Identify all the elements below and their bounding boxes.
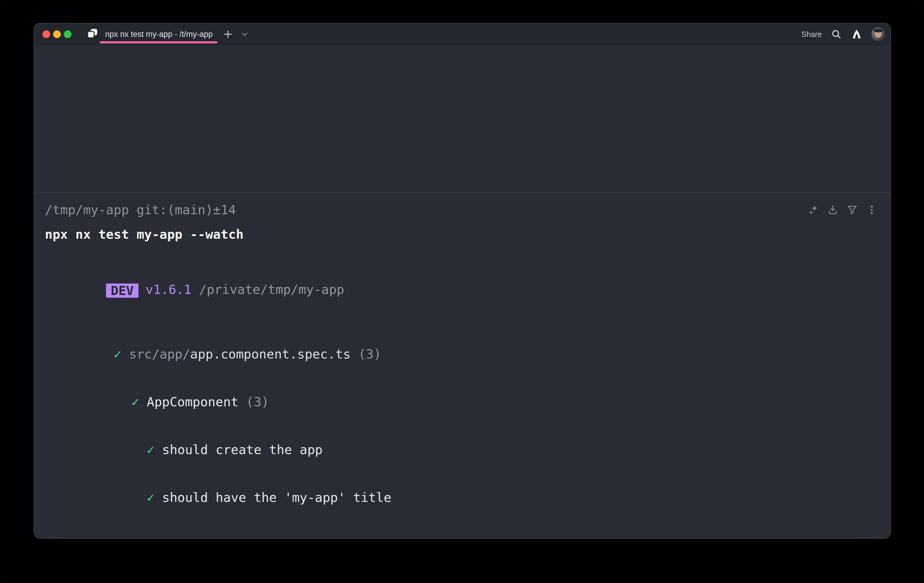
- ai-sparkles-icon[interactable]: [808, 204, 819, 216]
- more-options-icon[interactable]: [866, 204, 877, 216]
- close-button[interactable]: [43, 30, 50, 38]
- minimize-button[interactable]: [53, 30, 61, 38]
- search-icon[interactable]: [831, 29, 842, 40]
- check-icon: ✓: [114, 347, 121, 361]
- check-icon: ✓: [147, 442, 154, 457]
- check-icon: ✓: [147, 490, 154, 505]
- check-icon: ✓: [131, 394, 139, 409]
- test-case-line: ✓should have the 'my-app' title: [45, 474, 877, 521]
- scrollback-area: [34, 45, 890, 193]
- test-case-line: ✓should render title: [45, 521, 877, 539]
- user-avatar[interactable]: [871, 28, 885, 41]
- download-icon[interactable]: [827, 204, 838, 216]
- tab-pages-icon: [86, 27, 99, 41]
- terminal-content: /tmp/my-app git:(main)±14: [34, 45, 890, 538]
- zoom-button[interactable]: [64, 30, 71, 38]
- share-button[interactable]: Share: [802, 30, 822, 39]
- vite-dev-line: DEVv1.6.1 /private/tmp/my-app: [45, 265, 877, 314]
- test-file-line: ✓src/app/app.component.spec.ts (3): [45, 330, 877, 378]
- terminal-window: npx nx test my-app - /t/my-app Share: [34, 23, 891, 539]
- tab-title: npx nx test my-app - /t/my-app: [105, 30, 213, 39]
- active-tab-indicator: [100, 41, 217, 43]
- dev-badge: DEV: [106, 283, 139, 298]
- warp-logo-icon[interactable]: [851, 28, 863, 40]
- check-icon: ✓: [147, 538, 154, 539]
- filter-icon[interactable]: [846, 204, 858, 216]
- tab-options-chevron-icon[interactable]: [241, 30, 249, 38]
- traffic-lights: [43, 30, 71, 38]
- block-toolbar: [808, 204, 877, 216]
- test-suite-line: ✓AppComponent (3): [45, 378, 877, 426]
- test-case-line: ✓should create the app: [45, 426, 877, 474]
- command-line: npx nx test my-app --watch: [45, 226, 877, 242]
- new-tab-button[interactable]: [222, 28, 234, 40]
- project-path: /private/tmp/my-app: [199, 282, 344, 297]
- title-bar: npx nx test my-app - /t/my-app Share: [34, 24, 890, 45]
- prompt-line: /tmp/my-app git:(main)±14: [45, 202, 236, 218]
- command-block: /tmp/my-app git:(main)±14: [34, 193, 890, 539]
